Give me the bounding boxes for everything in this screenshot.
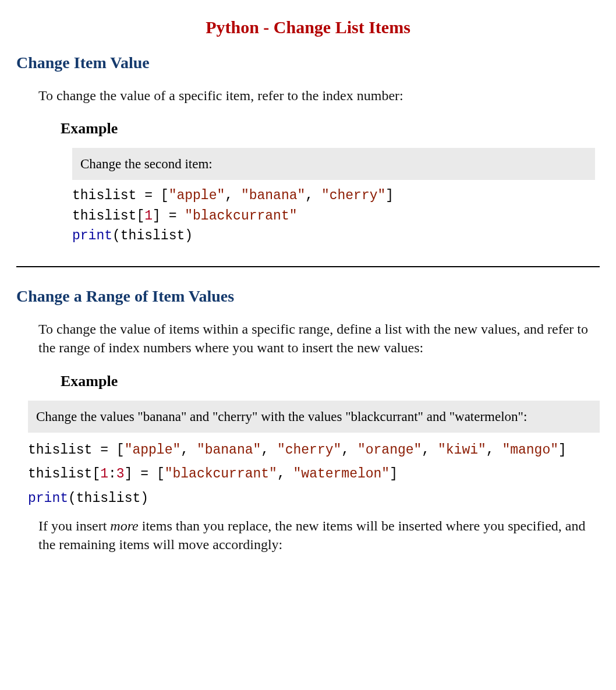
section-heading: Change a Range of Item Values <box>16 287 600 306</box>
code-string: "kiwi" <box>438 443 486 458</box>
section-heading: Change Item Value <box>16 54 600 72</box>
code-string: "apple" <box>125 443 181 458</box>
para-emphasis: more <box>110 518 138 533</box>
code-string: "cherry" <box>321 188 385 203</box>
section-paragraph: To change the value of a specific item, … <box>38 86 597 105</box>
code-text: ] = <box>153 208 185 224</box>
code-string: "blackcurrant" <box>165 466 277 482</box>
code-string: "watermelon" <box>293 466 390 482</box>
example-code: thislist = ["apple", "banana", "cherry",… <box>28 438 600 511</box>
code-text: thislist[ <box>28 466 100 482</box>
code-string: "mango" <box>502 443 558 458</box>
code-text: (thislist) <box>68 491 148 506</box>
code-number: 1 <box>100 466 108 482</box>
code-text: , <box>341 443 357 458</box>
code-text: , <box>225 188 241 203</box>
code-number: 3 <box>116 466 125 482</box>
code-text: ] <box>385 188 394 203</box>
code-string: "cherry" <box>277 443 341 458</box>
code-string: "banana" <box>197 443 261 458</box>
section-paragraph: To change the value of items within a sp… <box>38 320 597 358</box>
section-change-range: Change a Range of Item Values To change … <box>16 287 600 554</box>
code-string: "orange" <box>357 443 422 458</box>
example-label: Example <box>61 373 600 390</box>
code-string: "blackcurrant" <box>185 208 297 224</box>
page-title: Python - Change List Items <box>16 17 600 37</box>
code-builtin: print <box>72 228 112 243</box>
code-text: thislist = [ <box>28 443 125 458</box>
code-text: , <box>261 443 277 458</box>
section-paragraph: If you insert more items than you replac… <box>38 516 597 554</box>
para-text: If you insert <box>38 518 110 533</box>
code-text: ] <box>390 466 398 482</box>
code-number: 1 <box>144 208 153 224</box>
code-text: thislist = [ <box>72 188 169 203</box>
code-text: ] <box>558 443 567 458</box>
code-text: , <box>305 188 321 203</box>
section-change-item-value: Change Item Value To change the value of… <box>16 54 600 246</box>
code-text: , <box>422 443 438 458</box>
example-code: thislist = ["apple", "banana", "cherry"]… <box>72 186 600 246</box>
code-text: (thislist) <box>112 228 193 243</box>
code-text: : <box>108 466 116 482</box>
code-text: , <box>180 443 197 458</box>
code-string: "apple" <box>169 188 225 203</box>
section-divider <box>16 266 600 267</box>
code-builtin: print <box>28 491 68 506</box>
code-string: "banana" <box>241 188 305 203</box>
example-caption: Change the second item: <box>72 148 595 180</box>
example-caption: Change the values "banana" and "cherry" … <box>28 401 600 433</box>
example-label: Example <box>61 120 600 137</box>
code-text: , <box>277 466 293 482</box>
code-text: ] = [ <box>125 466 165 482</box>
code-text: thislist[ <box>72 208 144 224</box>
code-text: , <box>486 443 502 458</box>
